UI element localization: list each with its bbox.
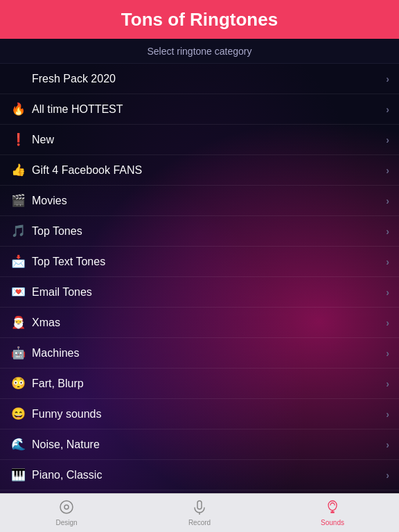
list-item-machines[interactable]: 🤖Machines› (0, 338, 399, 369)
item-emoji-movies: 🎬 (10, 193, 26, 208)
item-left: 💌Email Tones (10, 285, 92, 299)
item-left: ❗New (10, 132, 54, 147)
item-left: 🎹Piano, Classic (10, 468, 102, 482)
category-list: Fresh Pack 2020›🔥All time HOTTEST›❗New›👍… (0, 64, 399, 493)
item-label-email-tones: Email Tones (32, 286, 92, 299)
item-label-machines: Machines (32, 347, 79, 360)
chevron-icon-email-tones: › (386, 287, 389, 298)
chevron-icon-machines: › (386, 348, 389, 359)
list-item-xmas[interactable]: 🎅Xmas› (0, 308, 399, 338)
item-left: 😳Fart, Blurp (10, 376, 84, 391)
tab-record-label: Record (188, 519, 211, 526)
item-label-noise-nature: Noise, Nature (32, 438, 100, 451)
item-label-fart-blurp: Fart, Blurp (32, 378, 84, 390)
list-item-fart-blurp[interactable]: 😳Fart, Blurp› (0, 369, 399, 399)
app-title: Tons of Ringtones (121, 9, 278, 30)
tab-bar: Design Record Sounds (0, 493, 399, 532)
item-label-movies: Movies (32, 195, 67, 207)
item-label-top-tones: Top Tones (32, 225, 82, 238)
list-item-top-tones[interactable]: 🎵Top Tones› (0, 216, 399, 247)
chevron-icon-top-tones: › (386, 226, 389, 237)
list-item-email-tones[interactable]: 💌Email Tones› (0, 277, 399, 308)
chevron-icon-movies: › (386, 195, 389, 206)
item-label-piano-classic: Piano, Classic (32, 469, 102, 481)
chevron-icon-funny-sounds: › (386, 409, 389, 420)
chevron-icon-noise-nature: › (386, 439, 389, 450)
item-label-gift-facebook: Gift 4 Facebook FANS (32, 164, 142, 177)
chevron-icon-all-time-hottest: › (386, 104, 389, 115)
chevron-icon-fart-blurp: › (386, 378, 389, 389)
chevron-icon-fresh-pack: › (386, 73, 389, 85)
item-label-all-time-hottest: All time HOTTEST (32, 103, 123, 116)
list-item-new[interactable]: ❗New› (0, 125, 399, 155)
item-left: 🎬Movies (10, 193, 67, 208)
record-icon (192, 499, 207, 517)
item-emoji-funny-sounds: 😄 (10, 407, 26, 421)
subtitle-text: Select ringtone category (148, 46, 252, 57)
svg-point-1 (64, 505, 69, 509)
item-emoji-piano-classic: 🎹 (10, 468, 26, 482)
chevron-icon-xmas: › (386, 317, 389, 328)
list-item-fresh-pack[interactable]: Fresh Pack 2020› (0, 64, 399, 94)
item-emoji-xmas: 🎅 (10, 315, 26, 330)
tab-record[interactable]: Record (133, 499, 266, 526)
item-left: 👍Gift 4 Facebook FANS (10, 163, 142, 177)
item-label-new: New (32, 134, 54, 146)
item-emoji-machines: 🤖 (10, 346, 26, 360)
item-left: 🔥All time HOTTEST (10, 102, 123, 116)
list-item-gift-facebook[interactable]: 👍Gift 4 Facebook FANS› (0, 155, 399, 186)
item-left: 😄Funny sounds (10, 407, 102, 421)
item-label-top-text-tones: Top Text Tones (32, 256, 105, 268)
item-emoji-gift-facebook: 👍 (10, 163, 26, 177)
tab-design[interactable]: Design (0, 499, 133, 526)
design-icon (59, 499, 74, 517)
item-emoji-all-time-hottest: 🔥 (10, 102, 26, 116)
subtitle-bar: Select ringtone category (0, 39, 399, 64)
chevron-icon-gift-facebook: › (386, 165, 389, 176)
list-item-all-time-hottest[interactable]: 🔥All time HOTTEST› (0, 94, 399, 125)
item-left: 🎵Top Tones (10, 224, 82, 238)
list-item-piano-classic[interactable]: 🎹Piano, Classic› (0, 460, 399, 490)
item-emoji-fart-blurp: 😳 (10, 376, 26, 391)
chevron-icon-piano-classic: › (386, 470, 389, 481)
list-item-movies[interactable]: 🎬Movies› (0, 186, 399, 216)
tab-sounds-label: Sounds (321, 519, 344, 526)
item-label-xmas: Xmas (32, 317, 60, 329)
item-left: Fresh Pack 2020 (10, 73, 116, 85)
tab-design-label: Design (55, 519, 77, 526)
item-left: 🎅Xmas (10, 315, 60, 330)
item-left: 🤖Machines (10, 346, 79, 360)
item-left: 🌊Noise, Nature (10, 437, 100, 452)
list-item-funny-sounds[interactable]: 😄Funny sounds› (0, 399, 399, 429)
item-emoji-email-tones: 💌 (10, 285, 26, 299)
item-label-fresh-pack: Fresh Pack 2020 (32, 73, 116, 85)
chevron-icon-new: › (386, 134, 389, 145)
item-left: 📩Top Text Tones (10, 254, 105, 269)
item-emoji-noise-nature: 🌊 (10, 437, 26, 452)
svg-rect-2 (197, 501, 202, 509)
tab-sounds[interactable]: Sounds (266, 499, 399, 526)
item-emoji-new: ❗ (10, 132, 26, 147)
list-item-top-text-tones[interactable]: 📩Top Text Tones› (0, 247, 399, 277)
list-item-noise-nature[interactable]: 🌊Noise, Nature› (0, 429, 399, 460)
sounds-icon (325, 499, 340, 517)
item-emoji-top-text-tones: 📩 (10, 254, 26, 269)
app-header: Tons of Ringtones (0, 0, 399, 39)
item-emoji-top-tones: 🎵 (10, 224, 26, 238)
svg-point-0 (60, 501, 73, 513)
chevron-icon-top-text-tones: › (386, 256, 389, 267)
item-label-funny-sounds: Funny sounds (32, 408, 102, 420)
